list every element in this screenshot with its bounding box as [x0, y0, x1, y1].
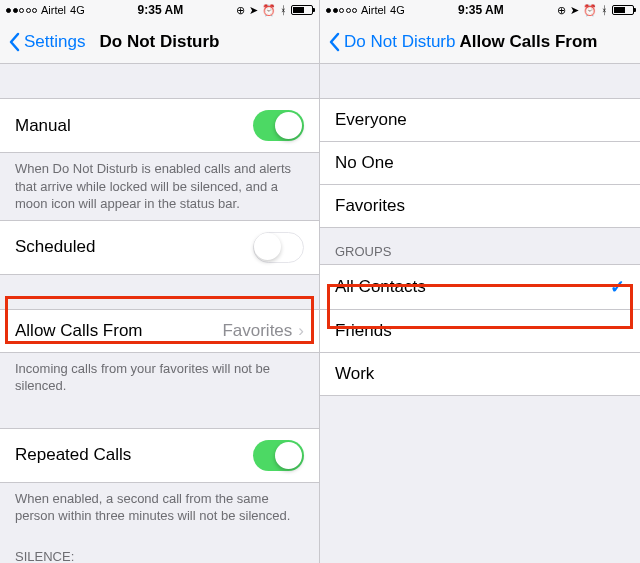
allow-calls-note: Incoming calls from your favorites will … — [0, 353, 319, 403]
allow-calls-cell[interactable]: Allow Calls From Favorites › — [0, 309, 319, 353]
repeated-calls-cell[interactable]: Repeated Calls — [0, 428, 319, 483]
signal-dots-icon — [6, 8, 37, 13]
orientation-lock-icon: ⊕ — [557, 4, 566, 17]
chevron-right-icon: › — [298, 321, 304, 341]
status-bar: Airtel 4G 9:35 AM ⊕ ➤ ⏰ ᚼ — [0, 0, 319, 20]
bluetooth-icon: ᚼ — [601, 4, 608, 16]
row-label: Work — [335, 364, 374, 384]
repeated-calls-toggle[interactable] — [253, 440, 304, 471]
silence-header: SILENCE: — [0, 533, 319, 563]
scheduled-label: Scheduled — [15, 237, 95, 257]
alarm-icon: ⏰ — [262, 4, 276, 17]
screen-allow-calls-from: Airtel 4G 9:35 AM ⊕ ➤ ⏰ ᚼ Do Not Disturb… — [320, 0, 640, 563]
row-favorites[interactable]: Favorites — [320, 184, 640, 228]
location-icon: ➤ — [570, 4, 579, 17]
location-icon: ➤ — [249, 4, 258, 17]
row-label: Everyone — [335, 110, 407, 130]
manual-cell[interactable]: Manual — [0, 98, 319, 153]
nav-bar: Settings Do Not Disturb — [0, 20, 319, 64]
scheduled-cell[interactable]: Scheduled — [0, 220, 319, 275]
row-label: Favorites — [335, 196, 405, 216]
bluetooth-icon: ᚼ — [280, 4, 287, 16]
row-all-contacts[interactable]: All Contacts ✓ — [320, 264, 640, 310]
repeated-calls-note: When enabled, a second call from the sam… — [0, 483, 319, 533]
nav-bar: Do Not Disturb Allow Calls From — [320, 20, 640, 64]
row-everyone[interactable]: Everyone — [320, 98, 640, 142]
status-time: 9:35 AM — [458, 3, 504, 17]
allow-calls-label: Allow Calls From — [15, 321, 143, 341]
status-time: 9:35 AM — [138, 3, 184, 17]
back-button[interactable]: Settings — [8, 32, 85, 52]
back-label: Do Not Disturb — [344, 32, 455, 52]
row-label: No One — [335, 153, 394, 173]
manual-note: When Do Not Disturb is enabled calls and… — [0, 153, 319, 221]
chevron-left-icon — [8, 32, 20, 52]
screen-do-not-disturb: Airtel 4G 9:35 AM ⊕ ➤ ⏰ ᚼ Settings Do No… — [0, 0, 320, 563]
row-label: All Contacts — [335, 277, 426, 297]
page-title: Allow Calls From — [459, 32, 632, 52]
manual-toggle[interactable] — [253, 110, 304, 141]
allow-calls-value: Favorites — [222, 321, 292, 341]
carrier-label: Airtel — [41, 4, 66, 16]
checkmark-icon: ✓ — [610, 276, 625, 298]
manual-label: Manual — [15, 116, 71, 136]
back-label: Settings — [24, 32, 85, 52]
battery-icon — [291, 5, 313, 15]
network-label: 4G — [390, 4, 405, 16]
alarm-icon: ⏰ — [583, 4, 597, 17]
repeated-calls-label: Repeated Calls — [15, 445, 131, 465]
groups-header: GROUPS — [320, 228, 640, 265]
row-label: Friends — [335, 321, 392, 341]
row-work[interactable]: Work — [320, 352, 640, 396]
battery-icon — [612, 5, 634, 15]
chevron-left-icon — [328, 32, 340, 52]
network-label: 4G — [70, 4, 85, 16]
back-button[interactable]: Do Not Disturb — [328, 32, 455, 52]
orientation-lock-icon: ⊕ — [236, 4, 245, 17]
scheduled-toggle[interactable] — [253, 232, 304, 263]
row-no-one[interactable]: No One — [320, 141, 640, 185]
signal-dots-icon — [326, 8, 357, 13]
status-bar: Airtel 4G 9:35 AM ⊕ ➤ ⏰ ᚼ — [320, 0, 640, 20]
row-friends[interactable]: Friends — [320, 309, 640, 353]
carrier-label: Airtel — [361, 4, 386, 16]
